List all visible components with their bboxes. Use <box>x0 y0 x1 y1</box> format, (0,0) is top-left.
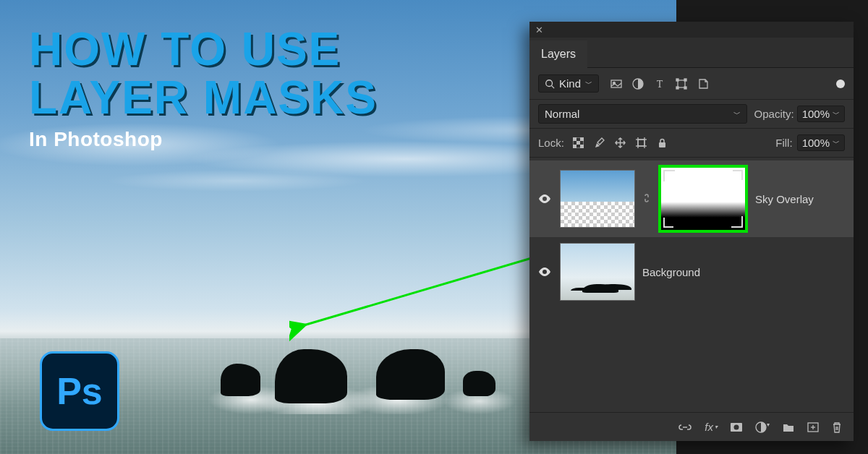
layer-list: ▧ Sky Overlay Background <box>529 158 854 307</box>
filter-pixel-icon[interactable] <box>610 78 622 90</box>
svg-rect-11 <box>684 87 686 89</box>
layer-name-label[interactable]: Sky Overlay <box>755 193 814 205</box>
filter-shape-icon[interactable] <box>676 78 687 90</box>
layers-panel: ✕ Layers Kind ﹀ T Normal ﹀ Opacity: 100%… <box>529 22 854 441</box>
close-icon[interactable]: ✕ <box>535 25 543 35</box>
svg-rect-10 <box>676 87 678 89</box>
tab-layers[interactable]: Layers <box>529 40 587 68</box>
svg-rect-14 <box>576 141 580 145</box>
svg-line-2 <box>552 85 555 88</box>
new-adjustment-icon[interactable]: ▾ <box>755 421 770 433</box>
delete-layer-icon[interactable] <box>832 421 842 433</box>
chevron-down-icon: ﹀ <box>733 109 741 119</box>
layer-row-sky-overlay[interactable]: ▧ Sky Overlay <box>529 160 854 237</box>
filter-smartobject-icon[interactable] <box>697 78 709 90</box>
fill-label: Fill: <box>775 137 792 149</box>
filter-adjustment-icon[interactable] <box>632 78 644 90</box>
rock-decoration <box>463 371 495 396</box>
title-line-2: LAYER MASKS <box>29 74 378 122</box>
title-line-1: HOW TO USE <box>29 25 378 74</box>
visibility-toggle[interactable] <box>537 194 553 203</box>
svg-rect-15 <box>580 137 584 141</box>
svg-rect-18 <box>638 140 644 146</box>
photoshop-logo-text: Ps <box>56 369 103 413</box>
chevron-down-icon: ﹀ <box>833 138 840 148</box>
blend-mode-select[interactable]: Normal ﹀ <box>538 104 747 124</box>
kind-label: Kind <box>559 77 581 90</box>
panel-tabbar: Layers <box>529 38 854 68</box>
blend-row: Normal ﹀ Opacity: 100% ﹀ <box>529 100 854 129</box>
filter-row: Kind ﹀ T <box>529 68 854 100</box>
rock-decoration <box>221 364 260 396</box>
subtitle: In Photoshop <box>29 128 378 151</box>
new-group-icon[interactable] <box>783 422 794 432</box>
add-mask-icon[interactable] <box>731 422 742 432</box>
rock-decoration <box>275 349 347 403</box>
new-layer-icon[interactable] <box>807 422 819 432</box>
fill-value: 100% <box>802 137 830 149</box>
layer-style-button[interactable]: fx▾ <box>705 421 718 433</box>
layer-name-label[interactable]: Background <box>642 266 700 278</box>
opacity-value: 100% <box>802 108 830 120</box>
lock-transparency-icon[interactable] <box>573 137 584 148</box>
layer-row-background[interactable]: Background <box>529 237 854 307</box>
visibility-toggle[interactable] <box>537 267 553 276</box>
lock-icons <box>573 137 668 148</box>
svg-rect-16 <box>573 145 576 148</box>
blend-mode-value: Normal <box>545 108 579 120</box>
chevron-down-icon: ﹀ <box>585 79 592 89</box>
lock-row: Lock: Fill: 100% ﹀ <box>529 129 854 158</box>
svg-rect-9 <box>684 79 686 81</box>
svg-rect-17 <box>580 145 584 148</box>
link-layers-icon[interactable] <box>678 422 692 432</box>
filter-toggle[interactable] <box>836 80 845 88</box>
lock-artboard-icon[interactable] <box>636 137 647 148</box>
kind-select[interactable]: Kind ﹀ <box>538 74 599 93</box>
panel-footer: fx▾ ▾ <box>529 412 854 441</box>
search-icon <box>545 79 555 89</box>
opacity-group: Opacity: 100% ﹀ <box>754 106 845 122</box>
opacity-label: Opacity: <box>754 108 794 120</box>
panel-topbar: ✕ <box>529 22 854 38</box>
fill-group: Fill: 100% ﹀ <box>775 134 845 151</box>
chevron-down-icon: ﹀ <box>833 109 840 119</box>
rock-decoration <box>376 349 445 400</box>
svg-text:T: T <box>657 79 663 90</box>
opacity-input[interactable]: 100% ﹀ <box>797 106 845 122</box>
svg-rect-23 <box>659 142 665 147</box>
title-block: HOW TO USE LAYER MASKS In Photoshop <box>29 25 378 151</box>
svg-rect-8 <box>676 79 678 81</box>
svg-rect-13 <box>573 137 576 141</box>
svg-point-1 <box>546 80 553 86</box>
lock-label: Lock: <box>538 137 564 149</box>
filter-icons: T <box>610 78 709 90</box>
lock-pixels-icon[interactable] <box>594 137 605 148</box>
layer-mask-thumbnail[interactable] <box>658 165 748 233</box>
smartobject-badge-icon: ▧ <box>621 214 633 226</box>
lock-position-icon[interactable] <box>615 137 626 148</box>
filter-type-icon[interactable]: T <box>654 78 665 90</box>
layer-thumbnail[interactable] <box>560 243 635 301</box>
mask-link-icon[interactable] <box>642 193 651 205</box>
photoshop-logo: Ps <box>40 351 119 431</box>
layer-thumbnail[interactable]: ▧ <box>560 170 635 228</box>
fill-input[interactable]: 100% ﹀ <box>797 134 845 151</box>
svg-point-25 <box>734 424 739 429</box>
lock-all-icon[interactable] <box>657 137 668 148</box>
